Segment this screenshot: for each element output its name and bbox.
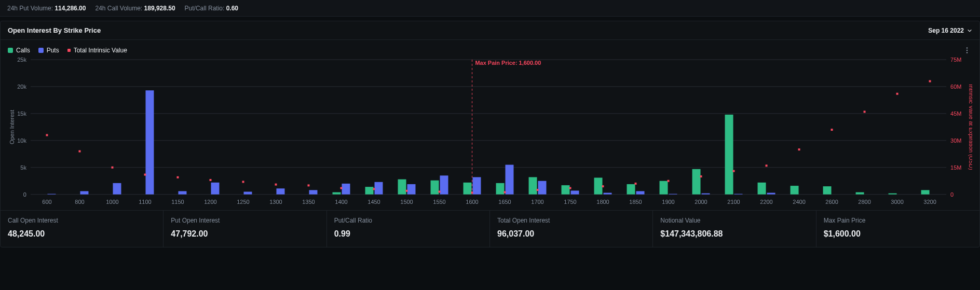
intrinsic-point[interactable]	[209, 179, 211, 181]
intrinsic-point[interactable]	[439, 191, 441, 193]
bar-call[interactable]	[758, 183, 766, 195]
bar-call[interactable]	[725, 115, 733, 195]
call-volume-value: 189,928.50	[144, 5, 175, 12]
bar-put[interactable]	[702, 194, 710, 195]
intrinsic-point[interactable]	[78, 150, 80, 153]
legend-intrinsic[interactable]: Total Intrinsic Value	[67, 47, 127, 54]
intrinsic-point[interactable]	[307, 184, 309, 186]
intrinsic-point[interactable]	[373, 188, 375, 190]
svg-text:0: 0	[23, 191, 26, 198]
bar-put[interactable]	[47, 194, 56, 195]
bar-put[interactable]	[374, 182, 383, 195]
svg-text:1550: 1550	[433, 199, 445, 205]
bar-put[interactable]	[440, 175, 448, 194]
intrinsic-point[interactable]	[504, 191, 506, 194]
bar-put[interactable]	[571, 190, 579, 194]
intrinsic-point[interactable]	[766, 164, 768, 167]
bar-put[interactable]	[145, 90, 154, 195]
bar-put[interactable]	[767, 193, 775, 195]
bar-call[interactable]	[464, 183, 472, 195]
intrinsic-point[interactable]	[798, 148, 800, 150]
intrinsic-point[interactable]	[733, 170, 735, 172]
svg-text:800: 800	[75, 199, 84, 205]
bar-put[interactable]	[734, 194, 743, 195]
bar-put[interactable]	[604, 193, 612, 195]
intrinsic-point[interactable]	[275, 184, 277, 186]
bar-call[interactable]	[496, 183, 505, 195]
open-interest-chart[interactable]: 05k10k15k20k25k015M30M45M60M75MOpen Inte…	[8, 57, 972, 207]
svg-point-0	[967, 47, 968, 49]
svg-text:1750: 1750	[564, 199, 576, 205]
legend-intrinsic-swatch	[67, 49, 71, 52]
bar-put[interactable]	[276, 188, 284, 194]
put-call-ratio-value: 0.60	[226, 5, 238, 12]
bar-call[interactable]	[431, 181, 439, 195]
bar-call[interactable]	[333, 192, 341, 195]
intrinsic-point[interactable]	[176, 176, 179, 178]
bar-put[interactable]	[538, 181, 547, 195]
bar-put[interactable]	[407, 184, 415, 195]
intrinsic-point[interactable]	[46, 134, 48, 136]
bar-put[interactable]	[669, 194, 677, 195]
svg-text:3200: 3200	[923, 199, 936, 205]
intrinsic-point[interactable]	[537, 189, 539, 191]
intrinsic-point[interactable]	[668, 180, 670, 182]
intrinsic-point[interactable]	[831, 129, 833, 131]
intrinsic-point[interactable]	[929, 80, 931, 82]
intrinsic-point[interactable]	[242, 181, 244, 183]
tile-value: 47,792.00	[171, 229, 319, 239]
bar-call[interactable]	[594, 178, 603, 195]
bar-put[interactable]	[80, 191, 88, 194]
svg-text:10k: 10k	[17, 137, 26, 144]
bar-call[interactable]	[562, 185, 570, 195]
bar-call[interactable]	[791, 186, 799, 195]
bar-call[interactable]	[921, 190, 930, 194]
chart-menu-button[interactable]	[962, 45, 972, 56]
bar-put[interactable]	[211, 183, 219, 195]
intrinsic-point[interactable]	[569, 187, 571, 189]
legend-calls-label: Calls	[16, 47, 30, 54]
bar-call[interactable]	[692, 169, 701, 195]
intrinsic-point[interactable]	[111, 167, 113, 169]
bar-call[interactable]	[627, 184, 635, 195]
intrinsic-point[interactable]	[602, 185, 604, 187]
expiry-date-value: Sep 16 2022	[928, 27, 964, 34]
bar-put[interactable]	[506, 165, 514, 195]
intrinsic-point[interactable]	[144, 174, 146, 176]
bar-call[interactable]	[365, 187, 374, 195]
legend-puts-label: Puts	[47, 47, 59, 54]
tile-label: Put/Call Ratio	[334, 217, 482, 224]
intrinsic-point[interactable]	[405, 190, 407, 192]
bar-put[interactable]	[178, 191, 186, 194]
svg-text:2800: 2800	[858, 199, 870, 205]
tile-label: Put Open Interest	[171, 217, 319, 224]
svg-text:1150: 1150	[171, 199, 184, 205]
intrinsic-point[interactable]	[896, 93, 899, 95]
tile-pc-ratio: Put/Call Ratio 0.99	[327, 211, 490, 247]
bar-put[interactable]	[342, 184, 350, 195]
legend-puts[interactable]: Puts	[38, 47, 59, 54]
svg-text:1300: 1300	[269, 199, 282, 205]
bar-call[interactable]	[856, 192, 864, 195]
intrinsic-point[interactable]	[635, 183, 637, 185]
expiry-date-dropdown[interactable]: Sep 16 2022	[928, 27, 972, 34]
bar-put[interactable]	[473, 177, 481, 194]
tile-label: Total Open Interest	[497, 217, 645, 224]
bar-call[interactable]	[660, 181, 668, 195]
svg-text:1650: 1650	[498, 199, 511, 205]
legend-calls[interactable]: Calls	[8, 47, 30, 54]
intrinsic-point[interactable]	[700, 175, 702, 177]
svg-text:1850: 1850	[629, 199, 642, 205]
intrinsic-point[interactable]	[864, 111, 866, 113]
bar-put[interactable]	[113, 183, 121, 195]
bar-call[interactable]	[889, 194, 897, 195]
svg-text:2600: 2600	[825, 199, 838, 205]
bar-call[interactable]	[398, 179, 406, 195]
bar-put[interactable]	[636, 191, 645, 194]
bar-call[interactable]	[529, 177, 537, 194]
bar-put[interactable]	[309, 190, 317, 194]
svg-text:Open Interest: Open Interest	[9, 110, 15, 144]
bar-call[interactable]	[823, 186, 832, 195]
intrinsic-point[interactable]	[340, 187, 342, 189]
bar-put[interactable]	[243, 192, 252, 195]
